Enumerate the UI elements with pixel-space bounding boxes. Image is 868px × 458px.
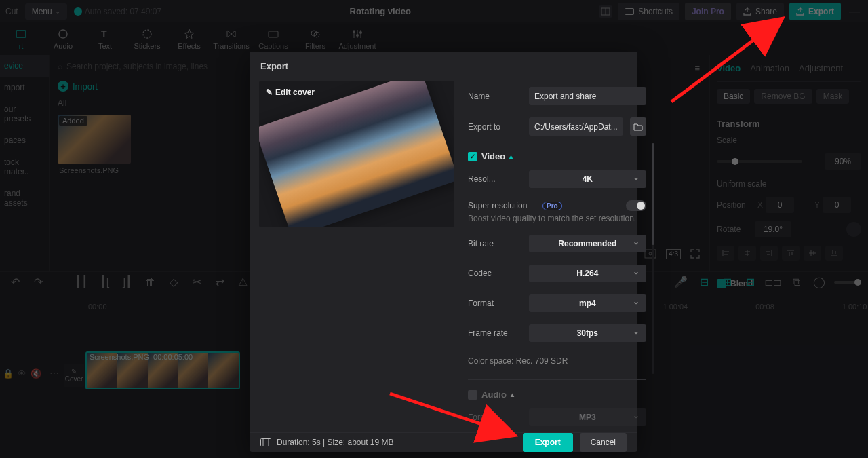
pro-badge: Pro	[542, 202, 562, 210]
codec-label: Codec	[468, 269, 522, 278]
preview-image	[259, 81, 454, 227]
film-icon	[260, 438, 271, 446]
video-checkbox[interactable]: ✓	[468, 152, 477, 161]
format-select[interactable]: mp4	[529, 294, 646, 312]
boost-description: Boost video quality to match the set res…	[468, 212, 646, 229]
bitrate-label: Bit rate	[468, 239, 522, 248]
chevron-up-icon-audio[interactable]: ▴	[511, 391, 514, 398]
exportto-path: C:/Users/fast/AppDat...	[529, 117, 623, 136]
video-section-label: Video	[481, 151, 505, 161]
folder-icon[interactable]	[630, 117, 646, 136]
name-label: Name	[468, 92, 522, 101]
modal-scrollbar[interactable]	[652, 143, 654, 374]
exportto-label: Export to	[468, 122, 522, 132]
export-modal: Export ✎Edit cover Name Export toC:/User…	[250, 52, 637, 452]
svg-rect-15	[261, 439, 271, 446]
cover-preview: ✎Edit cover	[259, 81, 454, 227]
audio-format-label: Format	[468, 413, 522, 422]
resolution-label: Resol...	[468, 174, 522, 184]
audio-format-select: MP3	[529, 408, 646, 426]
superres-toggle[interactable]	[626, 200, 646, 211]
pencil-icon: ✎	[266, 88, 273, 97]
footer-info: Duration: 5s | Size: about 19 MB	[260, 438, 394, 447]
audio-checkbox[interactable]	[468, 390, 477, 400]
export-button[interactable]: Export	[523, 433, 573, 452]
framerate-label: Frame rate	[468, 328, 522, 338]
chevron-up-icon[interactable]: ▴	[509, 153, 513, 160]
edit-cover-button[interactable]: ✎Edit cover	[266, 88, 315, 97]
framerate-select[interactable]: 30fps	[529, 324, 646, 342]
cancel-button[interactable]: Cancel	[580, 433, 627, 452]
bitrate-select[interactable]: Recommended	[529, 235, 646, 252]
codec-select[interactable]: H.264	[529, 265, 646, 282]
superres-label: Super resolution	[468, 201, 536, 210]
name-input[interactable]	[529, 87, 646, 105]
colorspace-info: Color space: Rec. 709 SDR	[468, 348, 646, 380]
modal-title: Export	[250, 52, 637, 81]
audio-section-label: Audio	[481, 389, 507, 400]
format-label: Format	[468, 299, 522, 308]
resolution-select[interactable]: 4K	[529, 170, 646, 188]
